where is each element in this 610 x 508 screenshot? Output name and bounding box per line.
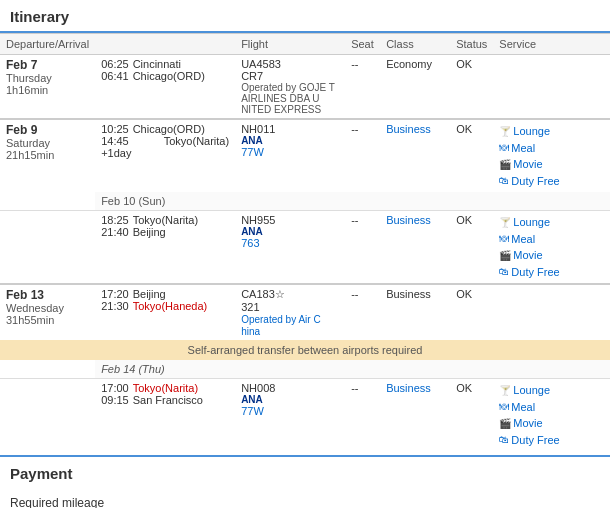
service-duty-free[interactable]: 🛍Duty Free <box>499 264 604 281</box>
seat-cell: -- <box>345 284 380 340</box>
depart-arrive-cell: 18:25 Tokyo(Narita) 21:40 Beijing <box>95 211 235 285</box>
table-row: Feb 9 Saturday 21h15min 10:25 Chicago(OR… <box>0 119 610 192</box>
arrive-city: San Francisco <box>133 394 203 406</box>
arrive-city: Tokyo(Narita) <box>164 135 229 147</box>
service-duty-free[interactable]: 🛍Duty Free <box>499 173 604 190</box>
col-header-seat: Seat <box>345 34 380 55</box>
payment-body: Required mileage 95,000 Miles Adult x1 T… <box>0 488 610 508</box>
aircraft-type: 321 <box>241 301 339 313</box>
status-cell: OK <box>450 379 493 452</box>
day-note: Feb 10 (Sun) <box>95 192 610 211</box>
flight-cell: NH008ANA77W <box>235 379 345 452</box>
service-duty-free[interactable]: 🛍Duty Free <box>499 432 604 449</box>
depart-time: 18:25 <box>101 214 129 226</box>
aircraft-type: CR7 <box>241 70 339 82</box>
ana-logo: ANA <box>241 226 339 237</box>
depart-time: 10:25 <box>101 123 129 135</box>
arrive-time: 21:40 <box>101 226 129 238</box>
col-header-service: Service <box>493 34 610 55</box>
depart-city-link[interactable]: Tokyo(Narita) <box>133 382 198 394</box>
aircraft-type-link[interactable]: 763 <box>241 237 259 249</box>
col-header-class: Class <box>380 34 450 55</box>
class-link[interactable]: Business <box>386 214 431 226</box>
status-cell: OK <box>450 119 493 192</box>
depart-arrive-cell: 17:20 Beijing 21:30 Tokyo(Haneda) <box>95 284 235 340</box>
depart-city: Beijing <box>133 288 166 300</box>
day-note: Feb 14 (Thu) <box>95 360 610 379</box>
arrive-city-link[interactable]: Tokyo(Haneda) <box>133 300 208 312</box>
depart-arrive-cell: 06:25 Cincinnati 06:41 Chicago(ORD) <box>95 55 235 120</box>
col-header-flight: Flight <box>235 34 345 55</box>
service-cell <box>493 284 610 340</box>
day-note-row: Feb 14 (Thu) <box>0 360 610 379</box>
flight-number: NH008 <box>241 382 339 394</box>
service-cell <box>493 55 610 120</box>
required-mileage-label: Required mileage <box>10 496 104 508</box>
col-header-status: Status <box>450 34 493 55</box>
class-cell: Business <box>380 284 450 340</box>
arrive-time: 09:15 <box>101 394 129 406</box>
day-note-spacer <box>0 192 95 211</box>
service-meal[interactable]: 🍽Meal <box>499 140 604 157</box>
service-movie[interactable]: 🎬Movie <box>499 156 604 173</box>
flight-cell: CA183☆321Operated by Air C hina <box>235 284 345 340</box>
service-movie[interactable]: 🎬Movie <box>499 247 604 264</box>
arrive-time: 14:45 +1day <box>101 135 160 159</box>
segment-date-empty <box>0 211 95 285</box>
required-mileage-block: Required mileage 95,000 Miles Adult x1 <box>10 496 115 508</box>
depart-city: Cincinnati <box>133 58 181 70</box>
col-header-departure <box>95 34 235 55</box>
itinerary-title: Itinerary <box>0 0 610 33</box>
arrive-city: Chicago(ORD) <box>133 70 205 82</box>
seat-cell: -- <box>345 379 380 452</box>
class-cell: Business <box>380 119 450 192</box>
status-cell: OK <box>450 55 493 120</box>
class-text: Business <box>386 288 431 300</box>
service-cell: 🍸Lounge🍽Meal🎬Movie🛍Duty Free <box>493 379 610 452</box>
service-meal[interactable]: 🍽Meal <box>499 231 604 248</box>
table-row: 17:00 Tokyo(Narita) 09:15 San Francisco … <box>0 379 610 452</box>
flight-number: UA4583 <box>241 58 339 70</box>
depart-time: 06:25 <box>101 58 129 70</box>
itinerary-section: Itinerary Departure/Arrival Flight Seat … <box>0 0 610 451</box>
table-row: Feb 13 Wednesday 31h55min 17:20 Beijing … <box>0 284 610 340</box>
flight-cell: NH011ANA77W <box>235 119 345 192</box>
depart-city: Chicago(ORD) <box>133 123 205 135</box>
date-weekday: Thursday <box>6 72 89 84</box>
aircraft-type-link[interactable]: 77W <box>241 146 264 158</box>
aircraft-type-link[interactable]: 77W <box>241 405 264 417</box>
flight-cell: NH955ANA763 <box>235 211 345 285</box>
service-meal[interactable]: 🍽Meal <box>499 399 604 416</box>
payment-title: Payment <box>0 457 610 488</box>
status-cell: OK <box>450 211 493 285</box>
service-movie[interactable]: 🎬Movie <box>499 415 604 432</box>
depart-arrive-cell: 10:25 Chicago(ORD) 14:45 +1day Tokyo(Nar… <box>95 119 235 192</box>
flight-cell: UA4583CR7Operated by GOJE T AIRLINES DBA… <box>235 55 345 120</box>
status-cell: OK <box>450 284 493 340</box>
flight-number: NH955 <box>241 214 339 226</box>
table-row: Feb 7 Thursday 1h16min 06:25 Cincinnati … <box>0 55 610 120</box>
col-header-date: Departure/Arrival <box>0 34 95 55</box>
flight-number: CA183☆ <box>241 288 339 301</box>
arrive-time: 06:41 <box>101 70 129 82</box>
day-note-spacer <box>0 360 95 379</box>
service-lounge[interactable]: 🍸Lounge <box>499 123 604 140</box>
class-link[interactable]: Business <box>386 382 431 394</box>
warning-text: Self-arranged transfer between airports … <box>0 340 610 360</box>
service-cell: 🍸Lounge🍽Meal🎬Movie🛍Duty Free <box>493 119 610 192</box>
class-link[interactable]: Business <box>386 123 431 135</box>
date-day: Feb 7 <box>6 58 89 72</box>
date-duration: 1h16min <box>6 84 89 96</box>
operated-by: Operated by GOJE T AIRLINES DBA U NITED … <box>241 82 339 115</box>
day-note-row: Feb 10 (Sun) <box>0 192 610 211</box>
ana-logo: ANA <box>241 135 339 146</box>
service-cell: 🍸Lounge🍽Meal🎬Movie🛍Duty Free <box>493 211 610 285</box>
table-row: 18:25 Tokyo(Narita) 21:40 Beijing NH955A… <box>0 211 610 285</box>
depart-arrive-cell: 17:00 Tokyo(Narita) 09:15 San Francisco <box>95 379 235 452</box>
service-lounge[interactable]: 🍸Lounge <box>499 382 604 399</box>
arrive-city: Beijing <box>133 226 166 238</box>
service-lounge[interactable]: 🍸Lounge <box>499 214 604 231</box>
depart-time: 17:00 <box>101 382 129 394</box>
seat-cell: -- <box>345 119 380 192</box>
operated-by-link[interactable]: Operated by Air C hina <box>241 314 320 337</box>
